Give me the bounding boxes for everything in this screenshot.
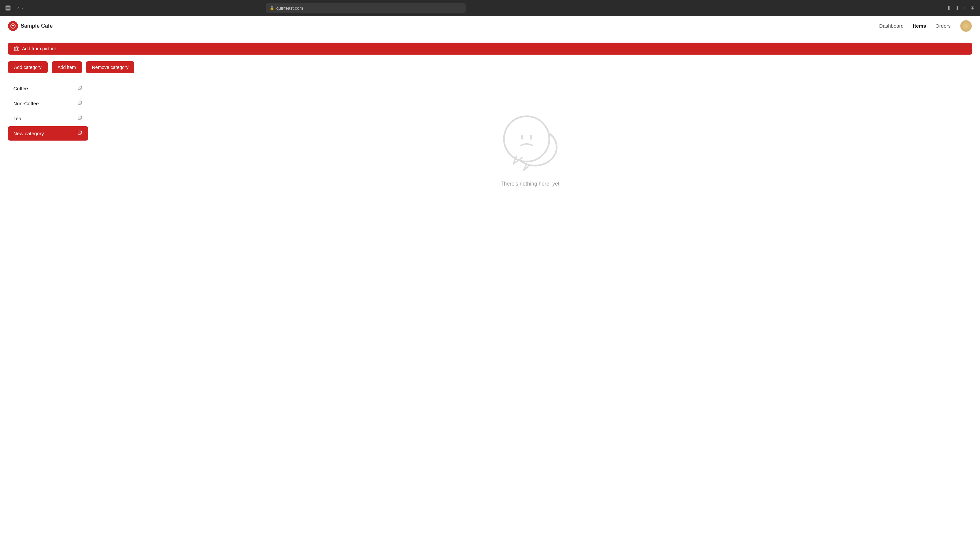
category-item-non-coffee[interactable]: Non-Coffee bbox=[8, 96, 88, 111]
main-panel: There's nothing here, yet bbox=[88, 81, 972, 215]
svg-rect-7 bbox=[78, 101, 82, 104]
app-nav: Dashboard Items Orders bbox=[879, 20, 972, 32]
svg-point-11 bbox=[504, 116, 550, 161]
svg-rect-8 bbox=[78, 116, 82, 119]
lock-icon: 🔒 bbox=[270, 6, 274, 10]
category-name-new-category: New category bbox=[13, 130, 44, 136]
browser-chrome: ‹ › 🔒 quikfeast.com ⬇ ⬆ + ⊞ bbox=[0, 0, 980, 16]
app-header: Sample Cafe Dashboard Items Orders bbox=[0, 16, 980, 36]
remove-category-button[interactable]: Remove category bbox=[86, 61, 135, 73]
svg-rect-9 bbox=[78, 131, 82, 134]
category-name-non-coffee: Non-Coffee bbox=[13, 101, 39, 106]
category-item-new-category[interactable]: New category bbox=[8, 126, 88, 140]
avatar-image bbox=[960, 20, 972, 32]
edit-icon-non-coffee[interactable] bbox=[77, 100, 83, 107]
svg-rect-1 bbox=[6, 8, 10, 8]
camera-icon bbox=[14, 46, 20, 51]
browser-actions: ⬇ ⬆ + ⊞ bbox=[947, 5, 975, 11]
category-name-tea: Tea bbox=[13, 116, 21, 121]
forward-button[interactable]: › bbox=[22, 5, 23, 11]
add-category-button[interactable]: Add category bbox=[8, 61, 48, 73]
add-from-picture-button[interactable]: Add from picture bbox=[8, 42, 972, 55]
svg-rect-0 bbox=[6, 7, 10, 7]
tabs-button[interactable]: ⊞ bbox=[970, 5, 975, 11]
svg-point-3 bbox=[11, 24, 15, 28]
edit-icon-coffee[interactable] bbox=[77, 85, 83, 91]
sidebar-toggle-btn[interactable] bbox=[5, 5, 11, 11]
empty-state-icon bbox=[497, 109, 563, 176]
logo-icon bbox=[8, 21, 18, 31]
main-content: Add from picture Add category Add item R… bbox=[0, 36, 980, 221]
svg-rect-13 bbox=[530, 135, 532, 140]
category-name-coffee: Coffee bbox=[13, 86, 28, 91]
content-area: Coffee Non-Coffee Tea New category bbox=[8, 81, 972, 215]
avatar[interactable] bbox=[960, 20, 972, 32]
browser-window-controls bbox=[5, 5, 11, 11]
svg-point-5 bbox=[16, 48, 18, 50]
svg-rect-2 bbox=[6, 9, 10, 10]
nav-items[interactable]: Items bbox=[913, 23, 926, 29]
empty-state: There's nothing here, yet bbox=[497, 109, 563, 187]
share-button[interactable]: ⬆ bbox=[955, 5, 959, 11]
svg-rect-12 bbox=[521, 135, 523, 140]
category-item-coffee[interactable]: Coffee bbox=[8, 81, 88, 96]
category-item-tea[interactable]: Tea bbox=[8, 111, 88, 125]
address-bar[interactable]: 🔒 quikfeast.com bbox=[266, 3, 466, 13]
back-button[interactable]: ‹ bbox=[17, 5, 19, 11]
action-bar: Add category Add item Remove category bbox=[8, 61, 972, 73]
url-text: quikfeast.com bbox=[276, 6, 303, 11]
new-tab-button[interactable]: + bbox=[963, 5, 966, 11]
edit-icon-new-category[interactable] bbox=[77, 130, 83, 137]
add-item-button[interactable]: Add item bbox=[52, 61, 82, 73]
logo-area: Sample Cafe bbox=[8, 21, 53, 31]
svg-rect-6 bbox=[78, 86, 82, 89]
add-from-picture-label: Add from picture bbox=[22, 46, 56, 51]
nav-dashboard[interactable]: Dashboard bbox=[879, 23, 904, 29]
browser-nav: ‹ › bbox=[17, 5, 23, 11]
empty-state-text: There's nothing here, yet bbox=[501, 181, 560, 187]
logo-text: Sample Cafe bbox=[21, 23, 53, 29]
category-sidebar: Coffee Non-Coffee Tea New category bbox=[8, 81, 88, 215]
download-button[interactable]: ⬇ bbox=[947, 5, 951, 11]
nav-orders[interactable]: Orders bbox=[935, 23, 951, 29]
edit-icon-tea[interactable] bbox=[77, 115, 83, 122]
